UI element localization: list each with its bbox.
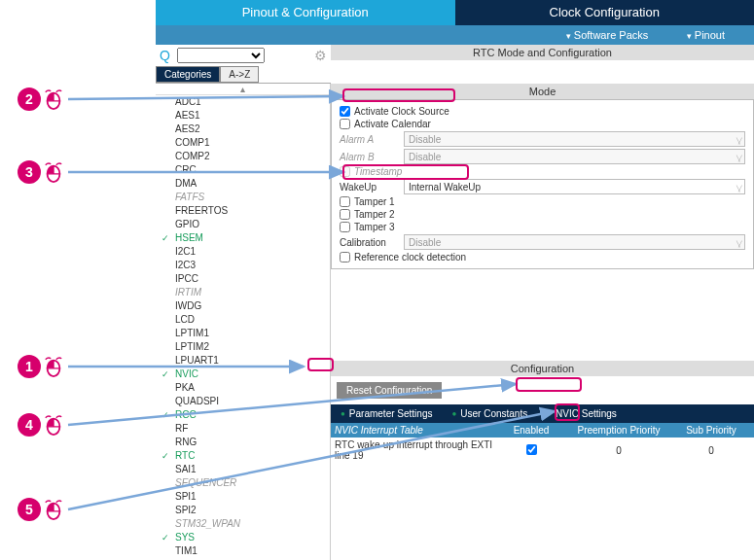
tamper2-checkbox[interactable] [340,209,350,220]
step-number: 3 [18,160,41,184]
tab-az[interactable]: A->Z [220,66,259,83]
refclock-label: Reference clock detection [354,252,466,262]
tab-parameter-settings[interactable]: Parameter Settings [335,406,438,421]
sidebar-item-gpio[interactable]: GPIO [156,218,330,231]
activate-calendar-row[interactable]: Activate Calendar [340,119,431,129]
sidebar-item-crc[interactable]: CRC [156,163,330,177]
sidebar-item-freertos[interactable]: FREERTOS [156,204,330,218]
wakeup-select[interactable]: Internal WakeUp [404,179,745,194]
sidebar-item-aes1[interactable]: AES1 [156,109,330,122]
wakeup-label: WakeUp [340,182,398,192]
nvic-interrupt-desc: RTC wake-up interrupt through EXTI line … [335,439,497,461]
sidebar-item-spi1[interactable]: SPI1 [156,490,330,504]
tamper3-checkbox[interactable] [340,222,350,232]
refclock-row[interactable]: Reference clock detection [340,252,466,262]
nvic-col-table: NVIC Interrupt Table [335,425,497,436]
tamper1-label: Tamper 1 [354,196,395,207]
sidebar-item-i2c1[interactable]: I2C1 [156,245,330,259]
nvic-col-preemption: Preemption Priority [565,425,672,436]
sidebar-item-tim1[interactable]: TIM1 [156,544,330,558]
timestamp-checkbox [340,166,350,177]
sidebar-item-stm32_wpan[interactable]: STM32_WPAN [156,517,330,531]
config-tabs: Parameter Settings User Constants NVIC S… [331,404,754,423]
pinout-dropdown[interactable]: Pinout [687,29,725,41]
mode-header: Mode [331,84,754,99]
sidebar-item-irtim[interactable]: IRTIM [156,286,330,299]
nvic-table-header: NVIC Interrupt Table Enabled Preemption … [331,423,754,438]
mouse-icon [43,499,64,520]
refclock-checkbox[interactable] [340,252,350,262]
sidebar-item-rcc[interactable]: RCC [156,408,330,422]
sidebar-item-i2c3[interactable]: I2C3 [156,259,330,272]
step-number: 1 [18,355,41,378]
activate-calendar-checkbox[interactable] [340,119,350,129]
tamper1-checkbox[interactable] [340,196,350,207]
tamper2-label: Tamper 2 [354,209,395,220]
sidebar-item-adc1[interactable]: ADC1 [156,95,330,109]
mode-panel: Activate Clock Source Activate Calendar … [331,99,754,269]
sidebar-item-comp1[interactable]: COMP1 [156,136,330,150]
sidebar-item-sai1[interactable]: SAI1 [156,463,330,476]
nvic-table-row: RTC wake-up interrupt through EXTI line … [331,438,754,463]
config-header: Configuration [331,361,754,376]
nvic-col-enabled: Enabled [497,425,565,436]
sidebar-item-pka[interactable]: PKA [156,381,330,395]
timestamp-row: Timestamp [340,166,402,177]
sidebar-item-quadspi[interactable]: QUADSPI [156,395,330,408]
sidebar-item-comp2[interactable]: COMP2 [156,150,330,163]
tab-user-constants[interactable]: User Constants [446,406,533,421]
step-number: 2 [18,88,41,111]
sidebar-item-rng[interactable]: RNG [156,436,330,449]
sidebar-item-dma[interactable]: DMA [156,177,330,191]
alarm-a-select[interactable]: Disable [404,131,745,147]
activate-clock-source-row[interactable]: Activate Clock Source [340,106,449,117]
mouse-icon [43,161,64,183]
sidebar-item-rf[interactable]: RF [156,422,330,436]
step-marker-3: 3 [18,160,64,184]
sidebar-item-sequencer[interactable]: SEQUENCER [156,476,330,490]
sidebar-item-iwdg[interactable]: IWDG [156,299,330,313]
sidebar-item-lptim2[interactable]: LPTIM2 [156,340,330,354]
subbar: Software Packs Pinout [156,25,754,45]
sidebar-scroll-up[interactable]: ▴ [156,84,330,95]
software-packs-dropdown[interactable]: Software Packs [566,29,648,41]
step-number: 4 [18,413,41,437]
step-marker-4: 4 [18,413,64,437]
calibration-select[interactable]: Disable [404,234,745,250]
nvic-sub-priority[interactable]: 0 [672,445,750,456]
nvic-col-sub: Sub Priority [672,425,750,436]
tab-pinout-config[interactable]: Pinout & Configuration [156,0,455,25]
sidebar-item-lcd[interactable]: LCD [156,313,330,327]
sidebar-item-spi2[interactable]: SPI2 [156,504,330,517]
search-icon: Q [160,48,173,63]
alarm-a-label: Alarm A [340,134,398,145]
sidebar-item-hsem[interactable]: HSEM [156,231,330,245]
step-marker-5: 5 [18,498,64,521]
nvic-preemption-priority[interactable]: 0 [565,445,672,456]
sidebar-item-rtc[interactable]: RTC [156,449,330,463]
activate-clock-checkbox[interactable] [340,106,350,117]
sidebar-item-aes2[interactable]: AES2 [156,122,330,136]
sidebar-item-lpuart1[interactable]: LPUART1 [156,354,330,368]
settings-gear-icon[interactable]: ⚙ [314,48,327,63]
tab-nvic-settings[interactable]: NVIC Settings [541,406,623,421]
nvic-enabled-checkbox[interactable] [526,444,537,455]
timestamp-label: Timestamp [354,166,402,177]
search-select[interactable] [177,48,265,63]
sidebar-item-ipcc[interactable]: IPCC [156,272,330,286]
sidebar-item-nvic[interactable]: NVIC [156,368,330,381]
tamper2-row[interactable]: Tamper 2 [340,209,395,220]
sidebar-item-sys[interactable]: SYS [156,531,330,544]
tab-clock-config[interactable]: Clock Configuration [455,0,755,25]
peripheral-sidebar[interactable]: ▴ ADC1AES1AES2COMP1COMP2CRCDMAFATFSFREER… [156,84,331,560]
reset-config-button[interactable]: Reset Configuration [337,382,442,399]
mouse-icon [43,88,64,110]
tab-categories[interactable]: Categories [156,66,220,83]
sidebar-item-fatfs[interactable]: FATFS [156,191,330,204]
tamper3-row[interactable]: Tamper 3 [340,222,395,232]
search-row: Q ⚙ [156,45,331,66]
alarm-b-label: Alarm B [340,152,398,162]
sidebar-item-lptim1[interactable]: LPTIM1 [156,327,330,340]
alarm-b-select[interactable]: Disable [404,149,745,164]
tamper1-row[interactable]: Tamper 1 [340,196,395,207]
